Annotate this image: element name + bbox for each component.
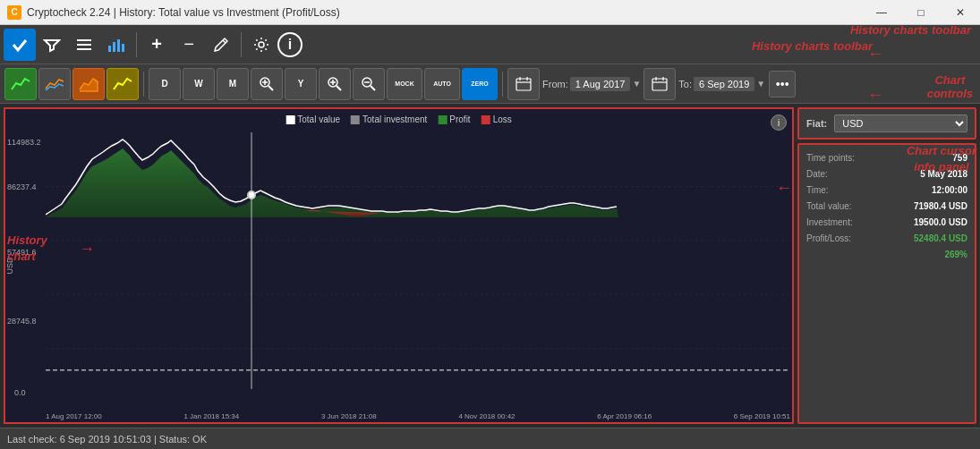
chart-type-line-button[interactable] (4, 68, 37, 100)
more-button[interactable]: ••• (769, 71, 796, 97)
x-label-5: 6 Apr 2019 06:16 (597, 412, 652, 420)
profit-loss-row: Profit/Loss: 52480.4 USD (806, 233, 967, 245)
auto-button[interactable]: AUTO (424, 68, 460, 100)
filter-button[interactable] (36, 29, 68, 61)
time-points-row: Time points: 759 (806, 152, 967, 165)
investment-value: 19500.0 USD (914, 216, 967, 229)
info-button[interactable]: i (277, 32, 303, 57)
svg-rect-20 (516, 79, 531, 90)
svg-rect-5 (117, 39, 120, 52)
from-label: From: (542, 79, 568, 89)
time-points-value: 759 (952, 152, 967, 165)
y-axis-label-5: 0.0 (14, 388, 26, 397)
svg-rect-6 (122, 44, 124, 52)
right-panel: Fiat: USD EUR BTC Time points: 759 Date:… (797, 107, 976, 424)
chart-svg (46, 132, 790, 402)
svg-line-18 (371, 86, 375, 90)
svg-line-7 (223, 40, 226, 43)
zoom-in-button[interactable] (251, 68, 283, 100)
date-row: Date: 5 May 2018 (806, 168, 967, 181)
y-axis-label-4: 28745.8 (7, 317, 37, 326)
date-label: Date: (806, 168, 828, 181)
window-title: Cryptocheck 2.24 | History: Total value … (27, 6, 340, 19)
remove-button[interactable]: − (173, 29, 205, 61)
zoom-y-button[interactable]: Y (285, 68, 317, 100)
zoom-d-button[interactable]: D (149, 68, 181, 100)
x-label-4: 4 Nov 2018 00:42 (458, 412, 515, 420)
list-button[interactable] (68, 29, 100, 61)
chart-type-line2-button[interactable] (107, 68, 139, 100)
svg-point-37 (248, 191, 255, 199)
zoom-plus-button[interactable] (319, 68, 351, 100)
zoom-w-button[interactable]: W (183, 68, 215, 100)
fiat-selector: Fiat: USD EUR BTC (797, 107, 976, 140)
content-area: Total value Total investment Profit Loss… (0, 104, 980, 428)
close-button[interactable]: ✕ (941, 0, 980, 25)
history-charts-toolbar-annotation: History charts toolbar (850, 23, 971, 37)
investment-row: Investment: 19500.0 USD (806, 216, 967, 229)
chart-toolbar: D W M Y MOCK AUTO ZERO From: 1 Aug 2017 … (0, 64, 980, 104)
status-bar: Last check: 6 Sep 2019 10:51:03 | Status… (0, 428, 980, 449)
mock-button[interactable]: MOCK (387, 68, 422, 100)
from-date[interactable]: 1 Aug 2017 (570, 77, 631, 91)
to-date[interactable]: 6 Sep 2019 (694, 77, 754, 91)
svg-line-14 (337, 86, 341, 90)
x-label-2: 1 Jan 2018 15:34 (183, 412, 239, 420)
x-axis: 1 Aug 2017 12:00 1 Jan 2018 15:34 3 Jun … (46, 412, 790, 420)
profit-loss-pct-row: 269% (806, 249, 967, 261)
zero-button[interactable]: ZERO (462, 68, 498, 100)
chart-nav-button[interactable] (100, 29, 132, 61)
to-label: To: (678, 79, 692, 89)
chart-type-area-button[interactable] (72, 68, 105, 100)
to-dropdown-icon[interactable]: ▼ (756, 79, 765, 89)
svg-point-8 (259, 42, 264, 47)
profit-loss-value: 52480.4 USD (914, 233, 967, 245)
calendar-icon2-button[interactable] (643, 68, 676, 100)
legend-loss: Loss (481, 114, 512, 124)
time-label: Time: (806, 184, 829, 197)
settings-button[interactable] (245, 29, 277, 61)
title-bar: C Cryptocheck 2.24 | History: Total valu… (0, 0, 980, 25)
chart-info-button[interactable]: i (771, 114, 787, 131)
chart-type-multi-button[interactable] (38, 68, 71, 100)
y-axis-label-3: 57491.6 (7, 248, 37, 257)
chart-container: Total value Total investment Profit Loss… (4, 107, 794, 424)
x-label-3: 3 Jun 2018 21:08 (321, 412, 377, 420)
window-controls: — □ ✕ (862, 0, 980, 25)
legend-total-investment: Total investment (351, 114, 427, 124)
time-value: 12:00:00 (932, 184, 967, 197)
total-value-value: 71980.4 USD (914, 200, 967, 213)
toolbar-sep2 (241, 32, 242, 57)
main-toolbar: + − i History charts toolbar (0, 25, 980, 64)
svg-rect-3 (108, 46, 111, 52)
check-button[interactable] (4, 29, 36, 61)
y-axis-label-1: 114983.2 (7, 138, 41, 147)
svg-rect-24 (652, 79, 667, 90)
from-dropdown-icon[interactable]: ▼ (632, 79, 641, 89)
svg-rect-4 (113, 42, 115, 52)
minimize-button[interactable]: — (862, 0, 901, 25)
chart-sep1 (143, 72, 144, 97)
y-axis-label-2: 86237.4 (7, 182, 37, 191)
app-icon: C (7, 5, 21, 20)
fiat-select[interactable]: USD EUR BTC (834, 114, 967, 132)
toolbar-sep1 (136, 32, 137, 57)
calendar-icon-button[interactable] (507, 68, 540, 100)
zoom-m-button[interactable]: M (217, 68, 249, 100)
total-value-row: Total value: 71980.4 USD (806, 200, 967, 213)
profit-loss-percent: 269% (944, 249, 967, 261)
cursor-info-panel: Time points: 759 Date: 5 May 2018 Time: … (797, 143, 976, 424)
status-text: Last check: 6 Sep 2019 10:51:03 | Status… (7, 434, 207, 445)
maximize-button[interactable]: □ (901, 0, 941, 25)
zoom-minus-button[interactable] (353, 68, 385, 100)
chart-legend: Total value Total investment Profit Loss (285, 114, 512, 124)
fiat-label: Fiat: (806, 118, 827, 129)
usd-axis-label: USD (5, 257, 14, 274)
add-button[interactable]: + (141, 29, 173, 61)
x-label-1: 1 Aug 2017 12:00 (46, 412, 102, 420)
edit-button[interactable] (205, 29, 237, 61)
date-value: 5 May 2018 (920, 168, 967, 181)
legend-profit: Profit (438, 114, 470, 124)
time-row: Time: 12:00:00 (806, 184, 967, 197)
x-label-6: 6 Sep 2019 10:51 (734, 412, 790, 420)
